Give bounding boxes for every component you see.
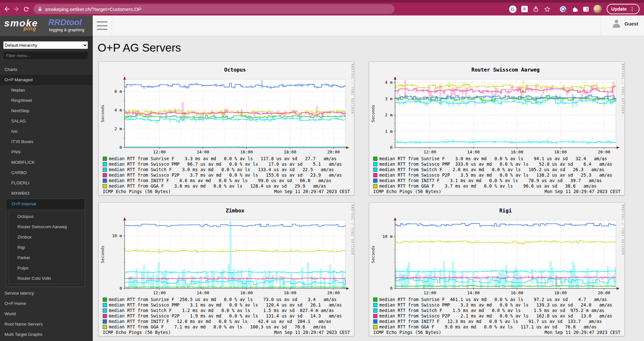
rrdtool-watermark: RRDTOOL / TOBI OETIKER xyxy=(621,205,624,255)
legend-swatch xyxy=(373,179,377,183)
google-icon[interactable]: G xyxy=(509,5,516,13)
sidebar-item-ringstreet[interactable]: RingStreet xyxy=(0,95,93,106)
sidebar-item-ivic[interactable]: Ivic xyxy=(0,126,93,137)
sidebar-item-carbo[interactable]: CARBO xyxy=(0,168,93,178)
page-title: O+P AG Servers xyxy=(98,41,181,54)
sidebar-item-pnn[interactable]: PNN xyxy=(0,147,93,157)
svg-text:18:00: 18:00 xyxy=(284,150,296,154)
legend-swatch xyxy=(103,162,107,166)
legend-swatch xyxy=(103,308,107,313)
legend-swatch xyxy=(103,184,107,188)
filter-menu-input[interactable] xyxy=(3,52,88,59)
browser-chrome: smokeping.oetiker.ch/?target=Customers.O… xyxy=(0,0,644,15)
series-line-sunrise-f xyxy=(125,287,346,287)
svg-text:18:00: 18:00 xyxy=(554,150,567,154)
update-button[interactable]: Update ⋮ xyxy=(607,4,639,14)
footer-right: Mon Sep 11 20:29:47 2023 CEST xyxy=(545,330,620,335)
sidebar-item-o-p-internal[interactable]: O+P Internal xyxy=(6,199,85,209)
legend-text: median RTT from Sunrise F 3.3 ms av md 0… xyxy=(109,156,336,161)
legend-row-swissco-p2p: median RTT from Swissco P2P 1.9 ms av md… xyxy=(103,313,354,319)
legend-swatch xyxy=(373,314,377,318)
forward-arrow-icon xyxy=(13,5,20,13)
legend-text: median RTT from Swissco P2P 3.5 ms av md… xyxy=(379,172,612,178)
sidebar-item-o-p-managed[interactable]: O+P Managed xyxy=(0,75,93,85)
sidebar-item-octopus[interactable]: Octopus xyxy=(9,211,82,222)
user-icon xyxy=(612,19,621,28)
browser-forward-button[interactable] xyxy=(12,4,21,14)
legend-text: median RTT from GGA F 3.8 ms av md 0.0 %… xyxy=(109,183,326,189)
legend-swatch xyxy=(373,303,377,307)
legend-text: median RTT from Swissco P2P 1.9 ms av md… xyxy=(109,313,342,319)
hierarchy-select[interactable]: Default Hierarchy xyxy=(3,41,88,49)
svg-text:14:00: 14:00 xyxy=(467,150,480,154)
legend-text: median RTT from GGA F 7.1 ms av md 0.0 %… xyxy=(109,324,326,330)
sidebar-item-multi-target-graphs[interactable]: Multi Target Graphs xyxy=(0,329,93,340)
sidebar-item-mobiflick[interactable]: MOBIFLICK xyxy=(0,157,93,168)
legend-swatch xyxy=(103,297,107,302)
legend-text: median RTT from GGA F 3.7 ms av md 0.0 %… xyxy=(379,183,597,189)
legend-row-init7-f: median RTT from INIT7 F 12.0 ms av md 0.… xyxy=(103,319,354,324)
side-panel-icon[interactable] xyxy=(583,7,589,12)
logo-tagline: logging & graphing xyxy=(49,28,84,32)
sidebar-item-nextstep[interactable]: NextStep xyxy=(0,106,93,116)
sidebar-item-router-colo-volki[interactable]: Router Colo Volki xyxy=(9,273,82,284)
sidebar-item-parker[interactable]: Parker xyxy=(9,253,82,263)
svg-text:0: 0 xyxy=(119,286,122,291)
legend-row-sunrise-f: median RTT from Sunrise F 250.5 us av md… xyxy=(103,297,354,302)
legend-text: median RTT from Sunrise F 250.5 us av md… xyxy=(109,297,336,302)
svg-text:16:00: 16:00 xyxy=(240,150,253,154)
browser-back-button[interactable] xyxy=(2,4,12,14)
sidebar-item-rigi[interactable]: Rigi xyxy=(9,242,82,253)
password-manager-icon[interactable] xyxy=(559,5,567,13)
sidebar-item-it-is-boxes[interactable]: IT'IS Boxes xyxy=(0,137,93,147)
hamburger-menu-icon[interactable] xyxy=(97,21,108,30)
y-axis-label: Seconds xyxy=(371,246,375,263)
sidebar-item-neplan[interactable]: Neplan xyxy=(0,85,93,95)
series-line-swissco-pmp xyxy=(125,147,346,147)
sidebar-item-floerli[interactable]: FLOERLI xyxy=(0,178,93,188)
footer-left: ICMP Echo Pings (56 Bytes) xyxy=(103,330,171,335)
legend-swatch xyxy=(103,157,107,161)
charts-grid: 02 m4 m6 m12:0014:0016:0018:0020:00Octop… xyxy=(99,62,625,336)
footer-left: ICMP Echo Pings (56 Bytes) xyxy=(373,189,441,194)
bookmark-star-icon[interactable] xyxy=(544,6,551,13)
chart-panel-octopus[interactable]: 02 m4 m6 m12:0014:0016:0018:0020:00Octop… xyxy=(99,62,354,195)
sidebar-item-o-p-home[interactable]: O+P Home xyxy=(0,298,93,309)
translate-icon[interactable]: A xyxy=(521,6,528,12)
legend-row-swissco-p2p: median RTT from Swissco P2P 3.5 ms av md… xyxy=(373,172,624,178)
user-menu[interactable]: Guest xyxy=(612,19,638,28)
kebab-menu-icon[interactable]: ⋮ xyxy=(630,6,635,12)
chart-panel-rigi[interactable]: 010 m12:0014:0016:0018:0020:00RigiSecond… xyxy=(369,202,625,336)
logo-rrdtool-text: RRDtool xyxy=(48,17,82,27)
footer-left: ICMP Echo Pings (56 Bytes) xyxy=(103,189,171,194)
logo-ping-text: ping xyxy=(24,25,36,32)
chart-svg: 01 m2 m3 m4 m12:0014:0016:0018:0020:00Ro… xyxy=(369,62,624,155)
sidebar-item-service-latency[interactable]: Service latency xyxy=(0,288,93,298)
legend-text: median RTT from GGA F 9.0 ms av md 0.0 %… xyxy=(379,324,597,330)
sidebar-item-world[interactable]: World xyxy=(0,309,93,319)
svg-text:2 m: 2 m xyxy=(385,112,393,117)
chart-panel-zimbox[interactable]: 010 m12:0014:0016:0018:0020:00ZimboxSeco… xyxy=(99,202,354,336)
legend-row-swissco-pmp: median RTT from Swissco PMP 3.3 ms av md… xyxy=(373,302,624,308)
svg-text:10 m: 10 m xyxy=(383,234,393,239)
y-axis-label: Seconds xyxy=(371,105,375,122)
rrdtool-watermark: RRDTOOL / TOBI OETIKER xyxy=(351,205,354,255)
share-icon[interactable] xyxy=(533,6,539,12)
svg-text:18:00: 18:00 xyxy=(284,290,296,295)
sidebar-item-mxwbio[interactable]: MXWBIO xyxy=(0,188,93,199)
chart-panel-router-swisscom-aarweg[interactable]: 01 m2 m3 m4 m12:0014:0016:0018:0020:00Ro… xyxy=(369,62,625,195)
address-bar[interactable]: smokeping.oetiker.ch/?target=Customers.O… xyxy=(33,4,394,14)
chart-title: Rigi xyxy=(499,208,512,214)
browser-reload-button[interactable] xyxy=(21,4,31,14)
legend-text: median RTT from Swissco P2P 3.7 ms av md… xyxy=(109,172,342,178)
sidebar-item-salag[interactable]: SALAG xyxy=(0,116,93,126)
sidebar-item-charts[interactable]: Charts xyxy=(0,64,93,75)
sidebar-item-router-swisscom-aarweg[interactable]: Router Swisscom Aarweg xyxy=(9,222,82,232)
app-header: smoke ping RRDtool logging & graphing Gu… xyxy=(0,15,644,36)
profile-avatar[interactable] xyxy=(593,5,602,13)
extensions-puzzle-icon[interactable] xyxy=(572,6,578,13)
sidebar-item-zimbox[interactable]: Zimbox xyxy=(9,232,82,242)
sidebar-item-root-name-servers[interactable]: Root Name Servers xyxy=(0,319,93,329)
sidebar-item-pulpo[interactable]: Pulpo xyxy=(9,263,82,273)
legend-swatch xyxy=(373,308,377,313)
